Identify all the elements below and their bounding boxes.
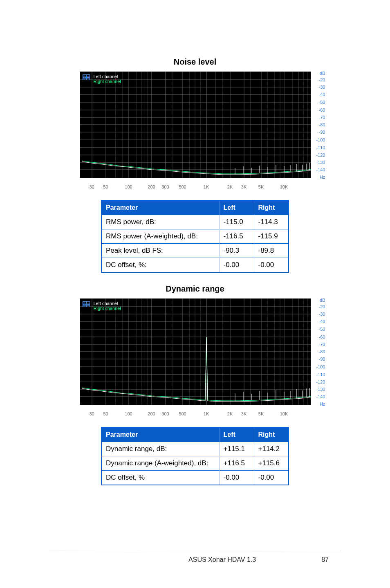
table-row: DC offset, %: -0.00 -0.00 xyxy=(101,258,289,273)
cell-param: Dynamic range, dB: xyxy=(101,442,219,456)
chart-dynamic-range: Left channel Right channel dB -20 -30 -4… xyxy=(72,298,318,419)
table-row: RMS power (A-weighted), dB: -116.5 -115.… xyxy=(101,229,289,244)
cell-param: RMS power, dB: xyxy=(101,215,219,229)
th-parameter: Parameter xyxy=(101,427,219,442)
th-left: Left xyxy=(219,427,254,442)
cell-param: RMS power (A-weighted), dB: xyxy=(101,229,219,244)
cell-right: +114.2 xyxy=(254,442,289,456)
cell-param: Dynamic range (A-weighted), dB: xyxy=(101,456,219,471)
chart-legend: Left channel Right channel xyxy=(94,74,121,84)
noise-level-table: Parameter Left Right RMS power, dB: -115… xyxy=(101,200,289,273)
cell-right: -0.00 xyxy=(254,471,289,485)
th-right: Right xyxy=(254,200,289,215)
table-row: DC offset, % -0.00 -0.00 xyxy=(101,471,289,485)
cell-param: DC offset, % xyxy=(101,471,219,485)
cell-param: DC offset, %: xyxy=(101,258,219,273)
cell-right: -114.3 xyxy=(254,215,289,229)
noise-chart-svg xyxy=(80,72,311,178)
dynamic-range-table: Parameter Left Right Dynamic range, dB: … xyxy=(101,427,289,485)
cell-right: -115.9 xyxy=(254,229,289,244)
section-title-noise: Noise level xyxy=(49,57,341,67)
table-row: Peak level, dB FS: -90.3 -89.8 xyxy=(101,244,289,258)
legend-left-channel: Left channel xyxy=(94,301,121,306)
section-title-dynamic: Dynamic range xyxy=(49,284,341,294)
cell-left: +116.5 xyxy=(219,456,254,471)
th-right: Right xyxy=(254,427,289,442)
cell-right: -89.8 xyxy=(254,244,289,258)
cell-left: -116.5 xyxy=(219,229,254,244)
cell-left: -115.0 xyxy=(219,215,254,229)
footer-divider xyxy=(49,551,341,551)
legend-left-channel: Left channel xyxy=(94,74,121,79)
cell-left: -0.00 xyxy=(219,471,254,485)
legend-right-channel: Right channel xyxy=(94,306,121,311)
chart-legend: Left channel Right channel xyxy=(94,301,121,311)
table-header-row: Parameter Left Right xyxy=(101,200,289,215)
footer-product: ASUS Xonar HDAV 1.3 xyxy=(188,556,256,563)
th-parameter: Parameter xyxy=(101,200,219,215)
table-row: Dynamic range, dB: +115.1 +114.2 xyxy=(101,442,289,456)
chart-noise-level: Left channel Right channel dB -20 -30 -4… xyxy=(72,72,318,192)
table-row: Dynamic range (A-weighted), dB: +116.5 +… xyxy=(101,456,289,471)
legend-right-channel: Right channel xyxy=(94,79,121,84)
chart-legend-icon xyxy=(83,301,90,307)
dynamic-chart-svg xyxy=(80,298,311,405)
th-left: Left xyxy=(219,200,254,215)
cell-left: +115.1 xyxy=(219,442,254,456)
cell-left: -0.00 xyxy=(219,258,254,273)
cell-right: +115.6 xyxy=(254,456,289,471)
cell-left: -90.3 xyxy=(219,244,254,258)
table-header-row: Parameter Left Right xyxy=(101,427,289,442)
cell-right: -0.00 xyxy=(254,258,289,273)
cell-param: Peak level, dB FS: xyxy=(101,244,219,258)
table-row: RMS power, dB: -115.0 -114.3 xyxy=(101,215,289,229)
footer-page-number: 87 xyxy=(321,556,329,563)
chart-legend-icon xyxy=(83,74,90,80)
page-footer: ASUS Xonar HDAV 1.3 87 xyxy=(49,551,341,563)
